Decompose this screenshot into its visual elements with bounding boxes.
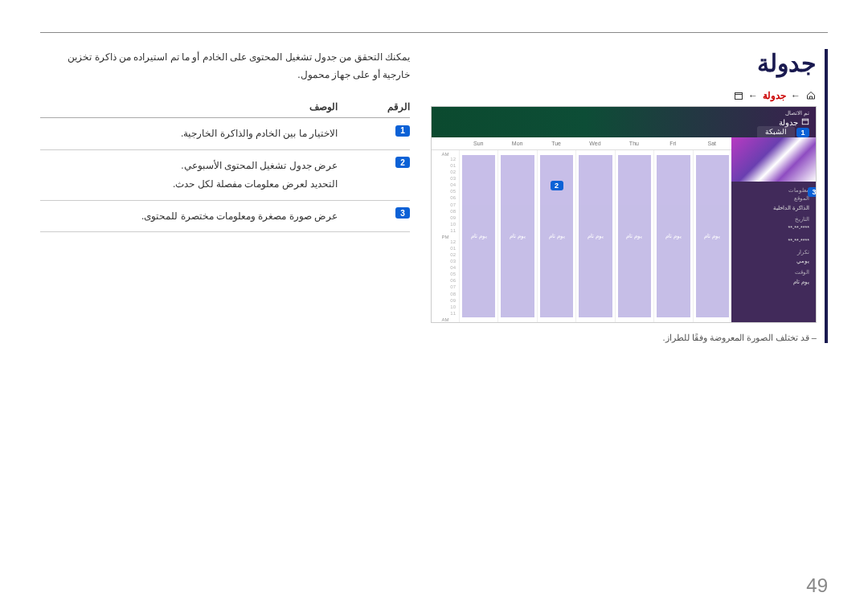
time-label: 06 (432, 195, 459, 202)
callout-marker-2: 2 (551, 181, 563, 190)
time-label: 10 (432, 222, 459, 228)
table-row: 1 الاختيار ما بين الخادم والذاكرة الخارج… (40, 118, 410, 150)
page-title: جدولة (434, 49, 817, 77)
home-icon (805, 91, 817, 100)
row-number-badge: 2 (395, 157, 410, 168)
time-label: 01 (432, 163, 459, 170)
chevron-left-icon: ← (748, 90, 758, 101)
day-header: Mon (497, 137, 536, 149)
row-number-badge: 1 (395, 125, 410, 137)
calendar-icon (734, 91, 743, 100)
info-location-value: الذاكرة الداخلية (738, 203, 809, 212)
info-time-label: الوقت (738, 268, 809, 276)
info-date-value-2: ****-**-** (738, 236, 809, 245)
time-am-label: AM (432, 317, 459, 322)
schedule-event[interactable]: يوم تام (657, 155, 690, 317)
schedule-event[interactable]: يوم تام (618, 155, 651, 317)
day-header: Tue (537, 137, 575, 149)
info-time-value: يوم تام (738, 277, 809, 286)
info-date-label: التاريخ (738, 215, 809, 223)
time-label: 07 (432, 202, 459, 209)
info-repeat-value: يومي (738, 256, 809, 265)
time-label: 09 (432, 298, 459, 304)
time-label: 11 (432, 311, 459, 317)
time-label: 12 (432, 157, 459, 163)
row-description: الاختيار ما بين الخادم والذاكرة الخارجية… (40, 125, 338, 143)
time-label: 02 (432, 170, 459, 176)
time-label: 12 (432, 239, 459, 246)
time-label: 09 (432, 215, 459, 222)
info-section-label: معلومات (738, 186, 809, 194)
time-label: 11 (432, 228, 459, 235)
time-label: 04 (432, 182, 459, 189)
schedule-grid: Sun Mon Tue Wed Thu Fri Sat AM 12 (432, 137, 731, 322)
info-date-value-1: ****-**-** (738, 223, 809, 232)
info-repeat-label: تكرار (738, 248, 809, 256)
time-label: 06 (432, 278, 459, 284)
schedule-event[interactable]: يوم تام (540, 155, 573, 317)
schedule-screenshot: تم الاتصال جدولة 1 الشبكة (431, 106, 817, 323)
tab-network[interactable]: الشبكة (757, 126, 795, 137)
table-header-number: الرقم (338, 101, 410, 112)
time-label: 05 (432, 272, 459, 278)
time-label: 05 (432, 189, 459, 195)
table-header-description: الوصف (40, 101, 338, 112)
day-header: Fri (653, 137, 692, 149)
model-note: قد تختلف الصورة المعروضة وفقًا للطراز. (434, 333, 817, 343)
time-label: 08 (432, 292, 459, 298)
day-header: Wed (575, 137, 614, 149)
callout-marker-3: 3 (808, 187, 817, 197)
row-number-badge: 3 (395, 207, 410, 219)
day-header: Thu (615, 137, 653, 149)
svg-rect-0 (735, 93, 743, 100)
row-description: عرض صورة مصغرة ومعلومات مختصرة للمحتوى. (40, 207, 338, 226)
table-row: 3 عرض صورة مصغرة ومعلومات مختصرة للمحتوى… (40, 201, 410, 233)
shot-title: جدولة (779, 118, 798, 127)
page-number: 49 (806, 574, 828, 597)
time-label: 04 (432, 265, 459, 272)
time-label: 01 (432, 246, 459, 252)
time-label: 03 (432, 176, 459, 182)
breadcrumb: ← جدولة ← (434, 90, 817, 101)
time-label: 02 (432, 252, 459, 259)
schedule-event[interactable]: يوم تام (696, 155, 729, 317)
time-label: 07 (432, 284, 459, 291)
status-connected: تم الاتصال (785, 110, 809, 116)
time-label: 10 (432, 304, 459, 311)
chevron-left-icon: ← (791, 90, 800, 101)
breadcrumb-step-schedule: جدولة (763, 90, 786, 101)
table-row: 2 عرض جدول تشغيل المحتوى الأسبوعي. التحد… (40, 150, 410, 201)
info-location-label: الموقع (738, 194, 809, 202)
day-header: Sat (693, 137, 731, 149)
day-header: Sun (459, 137, 497, 149)
intro-text: يمكنك التحقق من جدول تشغيل المحتوى على ا… (40, 49, 410, 84)
time-label: 03 (432, 259, 459, 265)
schedule-event[interactable]: يوم تام (462, 155, 495, 317)
schedule-event[interactable]: يوم تام (579, 155, 612, 317)
schedule-event[interactable]: يوم تام (501, 155, 534, 317)
svg-rect-2 (802, 119, 809, 125)
callout-marker-1: 1 (796, 128, 809, 137)
info-panel: 3 معلومات الموقع الذاكرة الداخلية التاري… (731, 137, 816, 322)
description-table: الرقم الوصف 1 الاختيار ما بين الخادم وال… (40, 96, 410, 232)
row-description: عرض جدول تشغيل المحتوى الأسبوعي. التحديد… (40, 157, 338, 194)
time-label: 08 (432, 209, 459, 215)
content-thumbnail (731, 137, 816, 182)
